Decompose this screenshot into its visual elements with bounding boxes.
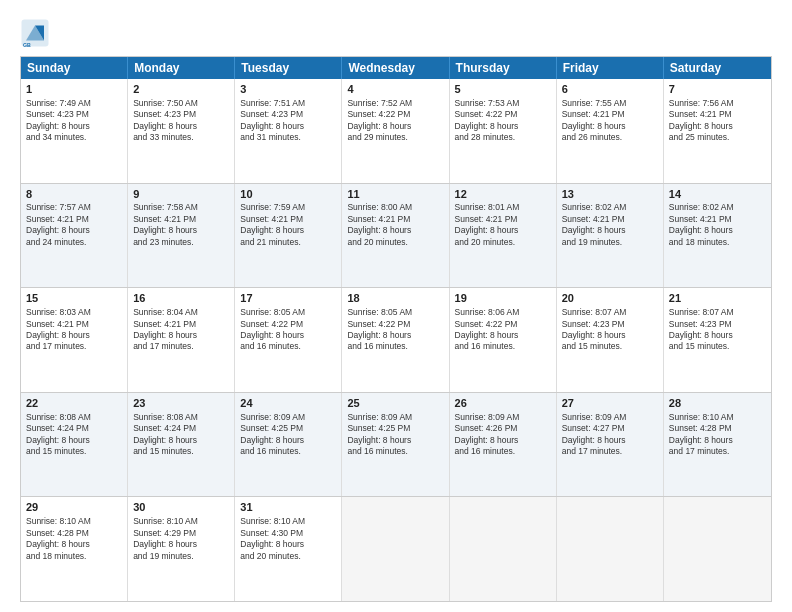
calendar-row-2: 8Sunrise: 7:57 AMSunset: 4:21 PMDaylight… xyxy=(21,183,771,288)
calendar-cell: 30Sunrise: 8:10 AMSunset: 4:29 PMDayligh… xyxy=(128,497,235,601)
sunset-line: Sunset: 4:21 PM xyxy=(133,214,229,225)
calendar-cell: 24Sunrise: 8:09 AMSunset: 4:25 PMDayligh… xyxy=(235,393,342,497)
daylight-line: and 17 minutes. xyxy=(133,341,229,352)
sunrise-line: Sunrise: 8:07 AM xyxy=(562,307,658,318)
day-number: 14 xyxy=(669,187,766,202)
weekday-header-thursday: Thursday xyxy=(450,57,557,79)
sunset-line: Sunset: 4:21 PM xyxy=(26,319,122,330)
logo-icon: GB xyxy=(20,18,50,48)
daylight-line: and 24 minutes. xyxy=(26,237,122,248)
sunset-line: Sunset: 4:22 PM xyxy=(455,109,551,120)
sunrise-line: Sunrise: 8:09 AM xyxy=(562,412,658,423)
calendar-cell xyxy=(664,497,771,601)
sunset-line: Sunset: 4:21 PM xyxy=(347,214,443,225)
sunrise-line: Sunrise: 8:10 AM xyxy=(26,516,122,527)
sunrise-line: Sunrise: 7:59 AM xyxy=(240,202,336,213)
sunrise-line: Sunrise: 8:08 AM xyxy=(26,412,122,423)
day-number: 11 xyxy=(347,187,443,202)
sunset-line: Sunset: 4:28 PM xyxy=(669,423,766,434)
daylight-line: and 15 minutes. xyxy=(669,341,766,352)
daylight-line: and 16 minutes. xyxy=(347,446,443,457)
sunrise-line: Sunrise: 7:53 AM xyxy=(455,98,551,109)
day-number: 22 xyxy=(26,396,122,411)
calendar-cell: 22Sunrise: 8:08 AMSunset: 4:24 PMDayligh… xyxy=(21,393,128,497)
sunrise-line: Sunrise: 8:00 AM xyxy=(347,202,443,213)
sunset-line: Sunset: 4:22 PM xyxy=(347,109,443,120)
calendar-row-3: 15Sunrise: 8:03 AMSunset: 4:21 PMDayligh… xyxy=(21,287,771,392)
day-number: 24 xyxy=(240,396,336,411)
daylight-line: Daylight: 8 hours xyxy=(562,330,658,341)
daylight-line: and 21 minutes. xyxy=(240,237,336,248)
daylight-line: and 16 minutes. xyxy=(347,341,443,352)
day-number: 30 xyxy=(133,500,229,515)
calendar-cell: 14Sunrise: 8:02 AMSunset: 4:21 PMDayligh… xyxy=(664,184,771,288)
calendar-cell: 19Sunrise: 8:06 AMSunset: 4:22 PMDayligh… xyxy=(450,288,557,392)
calendar-cell: 17Sunrise: 8:05 AMSunset: 4:22 PMDayligh… xyxy=(235,288,342,392)
sunset-line: Sunset: 4:21 PM xyxy=(562,214,658,225)
daylight-line: and 16 minutes. xyxy=(240,446,336,457)
sunset-line: Sunset: 4:22 PM xyxy=(455,319,551,330)
daylight-line: and 15 minutes. xyxy=(133,446,229,457)
daylight-line: Daylight: 8 hours xyxy=(133,225,229,236)
daylight-line: and 31 minutes. xyxy=(240,132,336,143)
daylight-line: and 34 minutes. xyxy=(26,132,122,143)
calendar-cell: 10Sunrise: 7:59 AMSunset: 4:21 PMDayligh… xyxy=(235,184,342,288)
day-number: 6 xyxy=(562,82,658,97)
calendar-cell: 15Sunrise: 8:03 AMSunset: 4:21 PMDayligh… xyxy=(21,288,128,392)
daylight-line: Daylight: 8 hours xyxy=(669,121,766,132)
sunrise-line: Sunrise: 7:58 AM xyxy=(133,202,229,213)
daylight-line: Daylight: 8 hours xyxy=(562,225,658,236)
sunrise-line: Sunrise: 8:09 AM xyxy=(455,412,551,423)
sunset-line: Sunset: 4:23 PM xyxy=(562,319,658,330)
daylight-line: Daylight: 8 hours xyxy=(26,225,122,236)
daylight-line: and 19 minutes. xyxy=(133,551,229,562)
daylight-line: Daylight: 8 hours xyxy=(240,435,336,446)
daylight-line: Daylight: 8 hours xyxy=(347,330,443,341)
daylight-line: and 18 minutes. xyxy=(26,551,122,562)
sunset-line: Sunset: 4:21 PM xyxy=(26,214,122,225)
calendar-cell: 28Sunrise: 8:10 AMSunset: 4:28 PMDayligh… xyxy=(664,393,771,497)
sunrise-line: Sunrise: 7:52 AM xyxy=(347,98,443,109)
calendar-row-4: 22Sunrise: 8:08 AMSunset: 4:24 PMDayligh… xyxy=(21,392,771,497)
calendar-cell: 23Sunrise: 8:08 AMSunset: 4:24 PMDayligh… xyxy=(128,393,235,497)
daylight-line: Daylight: 8 hours xyxy=(26,435,122,446)
sunset-line: Sunset: 4:25 PM xyxy=(240,423,336,434)
daylight-line: Daylight: 8 hours xyxy=(133,435,229,446)
day-number: 31 xyxy=(240,500,336,515)
sunset-line: Sunset: 4:22 PM xyxy=(347,319,443,330)
daylight-line: and 16 minutes. xyxy=(455,446,551,457)
sunset-line: Sunset: 4:29 PM xyxy=(133,528,229,539)
daylight-line: Daylight: 8 hours xyxy=(347,435,443,446)
sunrise-line: Sunrise: 8:10 AM xyxy=(133,516,229,527)
sunset-line: Sunset: 4:22 PM xyxy=(240,319,336,330)
daylight-line: Daylight: 8 hours xyxy=(669,330,766,341)
daylight-line: and 15 minutes. xyxy=(562,341,658,352)
day-number: 19 xyxy=(455,291,551,306)
sunset-line: Sunset: 4:25 PM xyxy=(347,423,443,434)
daylight-line: and 17 minutes. xyxy=(562,446,658,457)
calendar-cell: 21Sunrise: 8:07 AMSunset: 4:23 PMDayligh… xyxy=(664,288,771,392)
daylight-line: and 23 minutes. xyxy=(133,237,229,248)
sunset-line: Sunset: 4:26 PM xyxy=(455,423,551,434)
sunset-line: Sunset: 4:21 PM xyxy=(669,109,766,120)
daylight-line: and 33 minutes. xyxy=(133,132,229,143)
daylight-line: Daylight: 8 hours xyxy=(669,435,766,446)
calendar-body: 1Sunrise: 7:49 AMSunset: 4:23 PMDaylight… xyxy=(21,79,771,601)
sunset-line: Sunset: 4:21 PM xyxy=(133,319,229,330)
sunrise-line: Sunrise: 8:02 AM xyxy=(562,202,658,213)
logo: GB xyxy=(20,18,54,48)
sunset-line: Sunset: 4:27 PM xyxy=(562,423,658,434)
calendar-cell: 29Sunrise: 8:10 AMSunset: 4:28 PMDayligh… xyxy=(21,497,128,601)
day-number: 3 xyxy=(240,82,336,97)
sunrise-line: Sunrise: 8:03 AM xyxy=(26,307,122,318)
daylight-line: Daylight: 8 hours xyxy=(133,330,229,341)
daylight-line: Daylight: 8 hours xyxy=(26,539,122,550)
sunrise-line: Sunrise: 8:10 AM xyxy=(669,412,766,423)
calendar-cell: 20Sunrise: 8:07 AMSunset: 4:23 PMDayligh… xyxy=(557,288,664,392)
weekday-header-tuesday: Tuesday xyxy=(235,57,342,79)
day-number: 28 xyxy=(669,396,766,411)
day-number: 16 xyxy=(133,291,229,306)
calendar-cell: 7Sunrise: 7:56 AMSunset: 4:21 PMDaylight… xyxy=(664,79,771,183)
daylight-line: and 26 minutes. xyxy=(562,132,658,143)
sunrise-line: Sunrise: 8:08 AM xyxy=(133,412,229,423)
